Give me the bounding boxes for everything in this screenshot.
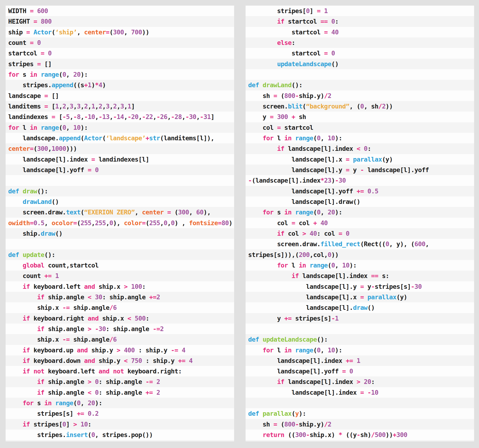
code-token-number: 2 [62, 103, 66, 110]
code-token-plain-text: : [291, 39, 295, 46]
code-token-number: 10 [328, 134, 335, 142]
code-token-keyword-or-operator: - [95, 325, 99, 332]
code-token-number: 40 [310, 230, 317, 237]
code-token-plain-text [8, 325, 37, 332]
code-token-plain-text: )) [142, 28, 149, 36]
code-token-plain-text: (Rect(( [360, 240, 386, 248]
code-line: global count,startcol [6, 260, 234, 270]
code-token-number: 300 [37, 145, 48, 152]
code-token-plain-text: ship.x [8, 336, 62, 343]
code-token-builtin-function-call: str [149, 134, 160, 142]
code-token-keyword-or-operator: - [248, 177, 252, 184]
code-token-plain-text: landscape. [8, 134, 59, 142]
code-token-plain-text: ( [73, 399, 77, 407]
code-token-keyword-or-operator: - [335, 177, 339, 184]
code-line: stripes = [] [6, 59, 234, 69]
code-token-keyword-or-operator: < [127, 315, 135, 322]
code-token-function-definition-name: update [23, 251, 44, 258]
code-line: return ((300-ship.x) * ((y-sh)/500))+300 [246, 429, 474, 440]
code-token-number: 0 [317, 347, 320, 354]
code-line: for l in range(0, 10): [246, 260, 474, 270]
code-token-number: 3 [70, 103, 73, 110]
code-token-plain-text: s [23, 71, 30, 78]
code-token-keyword-or-operator: = [26, 28, 33, 36]
code-token-number: 22 [146, 113, 153, 120]
code-token-plain-text: ) [331, 177, 335, 184]
code-token-number: 0 [364, 145, 367, 152]
code-token-plain-text [248, 230, 277, 237]
code-token-number: 0 [95, 389, 99, 396]
code-token-builtin-function-call: draw [41, 230, 55, 237]
code-token-plain-text: , [425, 240, 429, 248]
code-token-plain-text: landscape[l].draw() [248, 198, 360, 205]
code-token-keyword-or-operator: = [324, 50, 331, 57]
code-line: -(landscape[l].index*23)-30 [246, 175, 474, 186]
code-token-plain-text: keyboard.right: [127, 368, 182, 375]
code-token-keyword-or-operator: for [23, 399, 37, 407]
code-token-keyword-or-operator: < [357, 145, 364, 152]
code-token-plain-text: , [196, 113, 200, 120]
code-token-keyword-or-operator: = [273, 92, 281, 99]
code-token-number: 80 [221, 219, 229, 227]
code-token-keyword-or-operator: if [277, 18, 288, 25]
code-token-number: 20 [131, 113, 139, 120]
code-token-plain-text: () [331, 60, 339, 68]
code-line: screen.draw.text(“EXERION ZERO”, center … [6, 207, 234, 217]
code-token-number: 0 [306, 7, 309, 14]
code-token-plain-text: stripes[s] [375, 283, 411, 290]
code-token-number: 10 [328, 347, 335, 354]
code-token-plain-text: ): [335, 347, 342, 354]
code-line: landscape[l].y = y - landscape[l].yoff [246, 165, 474, 175]
code-token-keyword-or-operator: and [84, 283, 99, 290]
code-token-plain-text: ( [33, 145, 37, 152]
code-token-keyword-or-operator: return [263, 431, 288, 438]
code-token-plain-text [248, 145, 277, 152]
code-token-plain-text: ): [80, 71, 88, 78]
code-token-plain-text: y [248, 315, 284, 322]
code-line: owidth=0.5, ocolor=(255,255,0), color=(2… [6, 218, 234, 228]
code-token-keyword-or-operator: - [171, 113, 174, 120]
code-line: ship.x -= ship.angle/6 [6, 302, 234, 313]
code-token-plain-text: landscape[l].yoff [8, 166, 88, 173]
code-token-keyword-or-operator: - [411, 283, 414, 290]
code-token-plain-text: , [320, 209, 328, 216]
code-token-keyword-or-operator: / [378, 103, 382, 110]
code-token-plain-text: startcol [8, 50, 41, 57]
code-token-function-definition-name: draw [23, 188, 37, 195]
code-token-keyword-or-operator: - [295, 421, 299, 428]
code-token-plain-text: startcol [248, 28, 324, 36]
code-line: landscape[l].index = -10 [246, 387, 474, 398]
code-token-plain-text: , [320, 134, 328, 142]
code-line: if ship.angle > -30: ship.angle -=2 [6, 324, 234, 334]
code-token-plain-text: ( [52, 28, 55, 36]
code-token-keyword-or-operator: - [295, 92, 299, 99]
code-token-keyword-or-operator: - [306, 431, 309, 438]
code-line: startcol = 0 [6, 48, 234, 59]
code-line: startcol = 0 [246, 48, 474, 59]
code-token-keyword-or-operator: -= [171, 347, 182, 354]
code-token-keyword-or-operator: = [273, 421, 281, 428]
code-token-keyword-or-operator: > [73, 421, 80, 428]
code-token-keyword-or-operator: -= [146, 378, 156, 385]
code-token-plain-text: ) [229, 219, 232, 227]
code-token-keyword-or-operator: = [33, 18, 41, 25]
code-token-plain-text: ( [59, 71, 62, 78]
code-line: landscape[l].index += 1 [246, 356, 474, 366]
code-token-plain-text: [ [59, 113, 62, 120]
code-line: y += stripes[s]-1 [246, 313, 474, 324]
code-token-plain-text: ] [66, 421, 73, 428]
code-token-number: 255 [95, 219, 106, 227]
code-token-keyword-or-operator: < [88, 293, 95, 301]
code-token-keyword-or-operator: not [113, 368, 127, 375]
code-token-builtin-function-call: Actor [84, 134, 102, 142]
code-token-plain-text: WIDTH [8, 7, 30, 14]
code-token-keyword-or-operator: = [346, 166, 353, 173]
code-line: if keyboard.down and ship.y < 750 : ship… [6, 356, 234, 366]
code-token-keyword-or-operator: for [263, 209, 277, 216]
code-token-plain-text: , [77, 28, 84, 36]
code-line: ship = Actor(‘ship’, center=(300, 700)) [6, 27, 234, 37]
code-token-plain-text: stripes[s] [8, 410, 77, 417]
code-token-plain-text: [ [52, 103, 55, 110]
code-token-keyword-or-operator: = [339, 230, 346, 237]
code-token-keyword-argument: color [124, 219, 142, 227]
